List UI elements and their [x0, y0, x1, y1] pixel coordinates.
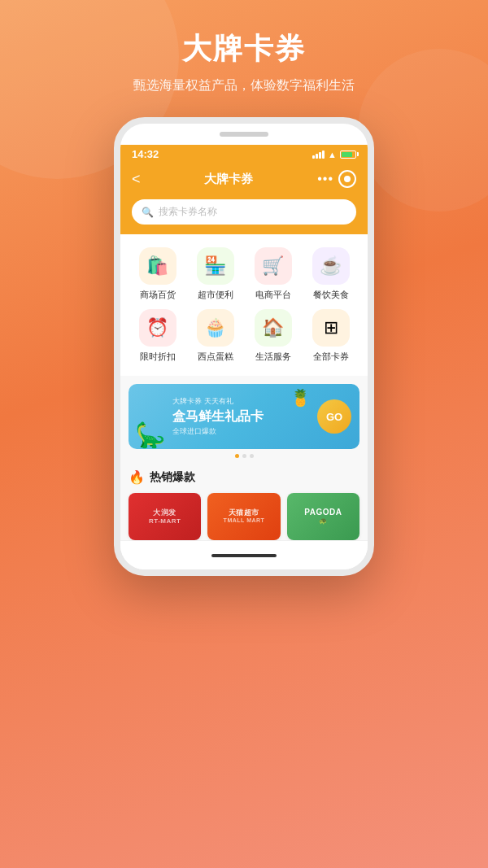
- category-bakery-icon: 🧁: [197, 309, 234, 347]
- scan-button[interactable]: [338, 170, 356, 188]
- category-all-label: 全部卡券: [313, 351, 349, 363]
- search-input[interactable]: 搜索卡券名称: [159, 205, 217, 219]
- back-button[interactable]: <: [132, 171, 141, 188]
- wifi-icon: ▲: [328, 150, 337, 159]
- status-bar: 14:32 ▲: [120, 145, 368, 164]
- category-food[interactable]: ☕ 餐饮美食: [302, 247, 359, 301]
- scan-icon: [344, 176, 351, 182]
- home-indicator: [211, 554, 277, 557]
- category-discount-icon: ⏰: [139, 309, 176, 347]
- category-bakery[interactable]: 🧁 西点蛋糕: [186, 309, 244, 363]
- product-card-darunfa[interactable]: 大润发 RT-MART: [129, 493, 201, 540]
- product-img-darunfa: 大润发 RT-MART: [129, 493, 201, 540]
- banner-dot-2: [242, 454, 246, 458]
- product-card-pagoda[interactable]: PAGODA 🐢: [287, 493, 359, 540]
- nav-bar: < 大牌卡券 •••: [120, 164, 368, 196]
- category-discount[interactable]: ⏰ 限时折扣: [129, 309, 186, 363]
- category-ecommerce[interactable]: 🛒 电商平台: [244, 247, 302, 301]
- category-life[interactable]: 🏠 生活服务: [244, 309, 302, 363]
- hot-title: 热销爆款: [150, 470, 195, 485]
- category-all-icon: ⊞: [312, 309, 350, 347]
- nav-actions: •••: [317, 170, 356, 188]
- page-subtitle: 甄选海量权益产品，体验数字福利生活: [133, 77, 355, 94]
- category-ecommerce-icon: 🛒: [255, 247, 292, 285]
- banner-desc: 全球进口爆款: [172, 426, 317, 437]
- banner-go-button[interactable]: GO: [317, 399, 351, 434]
- category-supermarket-label: 超市便利: [198, 289, 233, 301]
- battery-icon: [340, 150, 356, 159]
- phone-speaker: [220, 132, 268, 137]
- category-mall-label: 商场百货: [140, 289, 176, 301]
- banner[interactable]: 🦕 大牌卡券 天天有礼 盒马鲜生礼品卡 全球进口爆款 🍍 GO: [129, 384, 359, 449]
- hot-header: 🔥 热销爆款: [129, 469, 359, 485]
- product-cards: 大润发 RT-MART 天猫超市 TMALL MART: [129, 493, 359, 540]
- hot-icon: 🔥: [129, 469, 145, 485]
- category-food-label: 餐饮美食: [313, 289, 349, 301]
- status-time: 14:32: [132, 148, 159, 160]
- hot-section: 🔥 热销爆款 大润发 RT-MART 天猫超市: [120, 463, 368, 540]
- banner-deco-icon: 🦕: [135, 421, 165, 449]
- signal-icon: [312, 150, 325, 159]
- category-bakery-label: 西点蛋糕: [198, 351, 233, 363]
- phone-mockup: 14:32 ▲ < 大牌卡券 ••• 🔍 搜索卡券名: [114, 117, 374, 576]
- category-ecommerce-label: 电商平台: [255, 289, 291, 301]
- category-mall-icon: 🛍️: [139, 247, 176, 285]
- category-all[interactable]: ⊞ 全部卡券: [302, 309, 359, 363]
- banner-fruit-icon: 🍍: [290, 388, 311, 408]
- status-icons: ▲: [312, 150, 356, 159]
- product-img-pagoda: PAGODA 🐢: [287, 493, 359, 540]
- app-content: 🛍️ 商场百货 🏪 超市便利 🛒 电商平台 ☕ 餐饮美食 ⏰ 限时折扣 🧁: [120, 234, 368, 540]
- nav-title: 大牌卡券: [141, 172, 318, 187]
- bottom-bar: [120, 540, 368, 569]
- more-button[interactable]: •••: [317, 172, 333, 186]
- banner-area: 🦕 大牌卡券 天天有礼 盒马鲜生礼品卡 全球进口爆款 🍍 GO: [120, 376, 368, 458]
- banner-dot-1: [235, 454, 239, 458]
- banner-dot-3: [250, 454, 254, 458]
- category-life-label: 生活服务: [255, 351, 291, 363]
- category-supermarket-icon: 🏪: [197, 247, 234, 285]
- search-bar[interactable]: 🔍 搜索卡券名称: [132, 199, 356, 225]
- search-icon: 🔍: [142, 207, 154, 218]
- banner-dots: [129, 454, 359, 458]
- category-discount-label: 限时折扣: [140, 351, 176, 363]
- category-supermarket[interactable]: 🏪 超市便利: [186, 247, 244, 301]
- search-area: 🔍 搜索卡券名称: [120, 196, 368, 234]
- product-card-tianmao[interactable]: 天猫超市 TMALL MART: [207, 493, 280, 540]
- category-grid: 🛍️ 商场百货 🏪 超市便利 🛒 电商平台 ☕ 餐饮美食 ⏰ 限时折扣 🧁: [120, 234, 368, 376]
- category-food-icon: ☕: [312, 247, 350, 285]
- category-mall[interactable]: 🛍️ 商场百货: [129, 247, 186, 301]
- product-img-tianmao: 天猫超市 TMALL MART: [207, 493, 280, 540]
- category-life-icon: 🏠: [255, 309, 292, 347]
- banner-title: 盒马鲜生礼品卡: [172, 408, 317, 425]
